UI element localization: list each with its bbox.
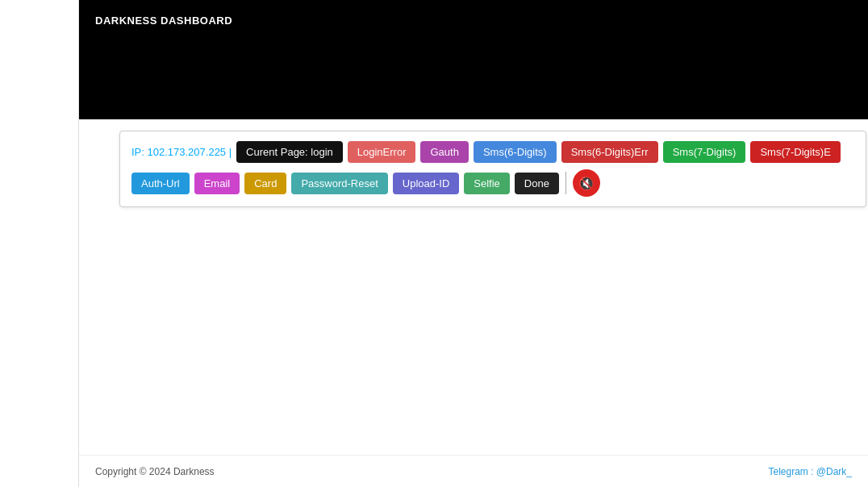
gauth-button[interactable]: Gauth [420,141,468,163]
footer-telegram: Telegram : @Dark_ [768,466,852,477]
auth-url-button[interactable]: Auth-Url [131,173,190,194]
selfie-button[interactable]: Selfie [464,173,510,194]
toolbar-panel: IP: 102.173.207.225 | Curent Page: login… [119,131,866,207]
toolbar-row-2: Auth-Url Email Card Password-Reset Uploa… [131,169,854,197]
divider [565,172,566,194]
mute-button[interactable]: 🔇 [573,169,600,197]
password-reset-button[interactable]: Password-Reset [291,173,387,194]
ip-label: IP: 102.173.207.225 | [131,146,232,158]
top-header: DARKNESS DASHBOARD [79,0,868,119]
sms6err-button[interactable]: Sms(6-Digits)Err [561,141,658,163]
email-button[interactable]: Email [194,173,240,194]
sms6-button[interactable]: Sms(6-Digits) [474,141,557,163]
footer-copyright: Copyright © 2024 Darkness [95,466,215,477]
left-sidebar [0,0,79,487]
sms7err-button[interactable]: Sms(7-Digits)E [750,141,840,163]
header-title: DARKNESS DASHBOARD [95,15,232,27]
login-error-button[interactable]: LoginError [348,141,416,163]
done-button[interactable]: Done [515,173,559,194]
sms7-button[interactable]: Sms(7-Digits) [663,141,746,163]
current-page-button[interactable]: Curent Page: login [236,141,343,163]
upload-id-button[interactable]: Upload-ID [393,173,460,194]
footer: Copyright © 2024 Darkness Telegram : @Da… [79,455,868,487]
toolbar-row-1: IP: 102.173.207.225 | Curent Page: login… [131,141,854,163]
mute-icon: 🔇 [578,176,595,191]
card-button[interactable]: Card [244,173,286,194]
